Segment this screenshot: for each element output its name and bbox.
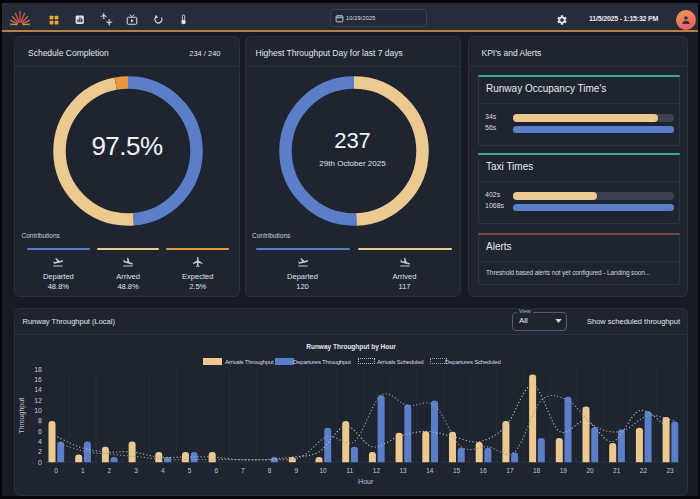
svg-text:14: 14 [426, 467, 434, 474]
svg-text:8: 8 [268, 467, 272, 474]
svg-text:0: 0 [38, 458, 42, 465]
svg-text:6: 6 [214, 467, 218, 474]
svg-text:14: 14 [34, 386, 42, 393]
svg-text:18: 18 [34, 365, 42, 372]
svg-text:10: 10 [34, 407, 42, 414]
svg-text:20: 20 [586, 467, 594, 474]
svg-text:17: 17 [506, 467, 514, 474]
svg-text:16: 16 [34, 376, 42, 383]
svg-text:2: 2 [108, 467, 112, 474]
svg-text:21: 21 [613, 467, 621, 474]
svg-text:8: 8 [38, 417, 42, 424]
svg-text:2: 2 [38, 448, 42, 455]
svg-text:3: 3 [134, 467, 138, 474]
svg-text:13: 13 [399, 467, 407, 474]
svg-text:9: 9 [294, 467, 298, 474]
svg-text:12: 12 [373, 467, 381, 474]
svg-text:Hour: Hour [358, 478, 374, 485]
svg-text:Throughput: Throughput [18, 397, 26, 433]
svg-text:19: 19 [560, 467, 568, 474]
svg-text:4: 4 [38, 437, 42, 444]
svg-text:12: 12 [34, 396, 42, 403]
svg-text:10: 10 [319, 467, 327, 474]
svg-text:22: 22 [640, 467, 648, 474]
svg-text:18: 18 [533, 467, 541, 474]
svg-text:5: 5 [188, 467, 192, 474]
svg-text:15: 15 [453, 467, 461, 474]
svg-text:11: 11 [346, 467, 353, 474]
svg-text:16: 16 [480, 467, 488, 474]
svg-text:23: 23 [666, 467, 674, 474]
svg-text:1: 1 [81, 467, 85, 474]
svg-text:6: 6 [38, 427, 42, 434]
svg-text:4: 4 [161, 467, 165, 474]
svg-text:0: 0 [54, 467, 58, 474]
svg-text:7: 7 [241, 467, 245, 474]
